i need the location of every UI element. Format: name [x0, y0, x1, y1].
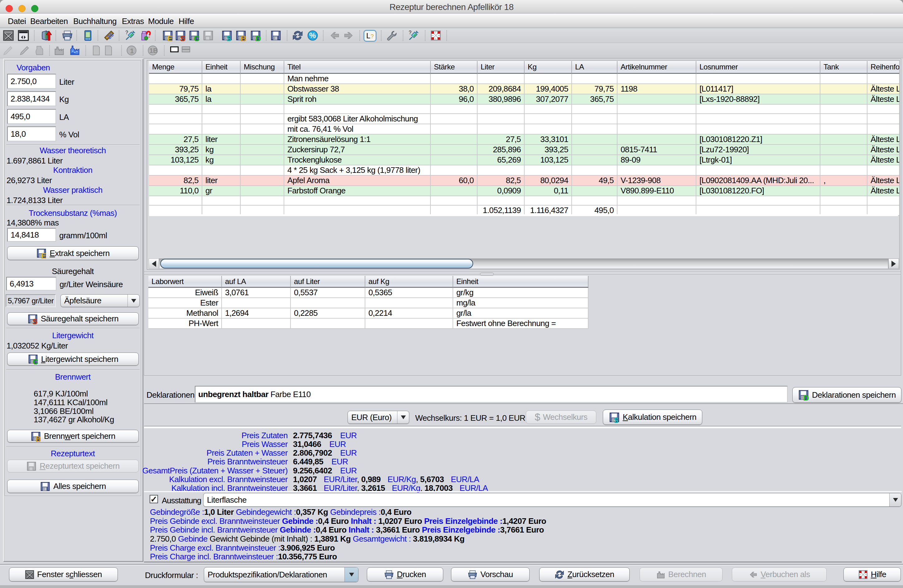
svg-text:C: C — [194, 34, 200, 41]
svg-text:B: B — [241, 34, 246, 41]
svg-text:$: $ — [614, 416, 618, 423]
svg-text:E: E — [167, 34, 173, 41]
svg-text:S: S — [32, 317, 37, 324]
svg-text:D: D — [255, 34, 261, 41]
svg-text:B: B — [36, 435, 41, 441]
svg-text:E: E — [41, 252, 46, 259]
svg-text:S: S — [180, 34, 186, 41]
svg-text:$: $ — [227, 34, 231, 41]
svg-text:C: C — [33, 358, 38, 364]
svg-text:D: D — [803, 394, 809, 400]
